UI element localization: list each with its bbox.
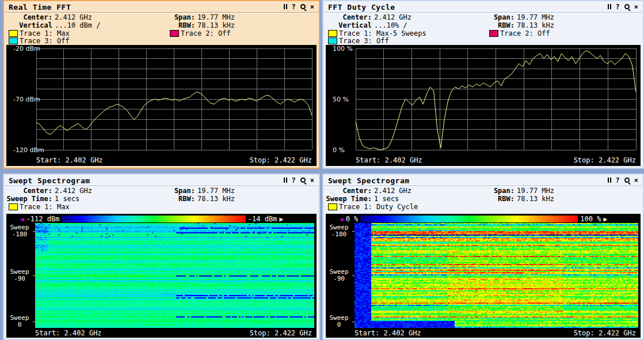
panel-fft-duty-cycle: FFT Duty Cycle ? × Center: 2.412 GHz Spa… <box>322 0 644 169</box>
sweep-time-value: 1 secs <box>374 195 399 203</box>
rbw-label: RBW: <box>147 195 195 203</box>
rbw-label: RBW: <box>466 195 515 203</box>
y-axis-mid-label: 50 % <box>333 96 356 103</box>
trace3-swatch[interactable] <box>328 37 337 44</box>
span-label: Span: <box>466 13 515 21</box>
x-axis-stop-label: Stop: 2.422 GHz <box>574 156 636 164</box>
trace2-swatch[interactable] <box>489 30 498 37</box>
center-value: 2.412 GHz <box>374 13 411 21</box>
trace1-swatch[interactable] <box>9 30 18 37</box>
sweep-tick <box>33 231 35 232</box>
sweep-tick <box>352 275 355 276</box>
duty-cycle-plot: 100 % 50 % 0 % Start: 2.402 GHz Stop: 2.… <box>326 45 641 166</box>
magnifier-icon[interactable] <box>624 177 630 184</box>
span-label: Span: <box>147 13 195 21</box>
sweep-tick <box>33 275 35 276</box>
titlebar-swept-spectrogram[interactable]: Swept Spectrogram ? × <box>323 175 643 186</box>
legend-row-1: Trace 1: Max-5 Sweeps Trace 2: Off <box>323 29 643 37</box>
span-value: 19.77 MHz <box>517 13 554 21</box>
legend-row-1: Trace 1: Max Trace 2: Off <box>4 29 319 37</box>
pause-icon[interactable] <box>607 177 612 184</box>
info-row-2: Vertical ...10 dBm / RBW: 78.13 kHz <box>4 21 319 29</box>
info-row-1: Center: 2.412 GHz Span: 19.77 MHz <box>4 187 319 195</box>
close-icon[interactable]: × <box>310 177 314 184</box>
scale-min-label: 0 % <box>346 215 359 223</box>
trace1-swatch[interactable] <box>328 203 337 210</box>
rbw-value: 78.13 kHz <box>197 21 235 29</box>
titlebar-swept-spectrogram[interactable]: Swept Spectrogram ? × <box>4 175 319 186</box>
magnifier-icon[interactable] <box>624 3 630 10</box>
panel-real-time-fft: Real Time FFT ? × Center: 2.412 GHz Span… <box>3 0 320 169</box>
scale-min-arrow-icon[interactable]: ◀ <box>20 216 24 223</box>
help-icon[interactable]: ? <box>616 177 620 184</box>
trace1-label: Trace 1: Max-5 Sweeps <box>339 29 426 37</box>
trace3-swatch[interactable] <box>9 37 18 44</box>
trace1-label: Trace 1: Max <box>20 203 70 211</box>
spectrogram-heatmap <box>35 223 314 328</box>
trace1-swatch[interactable] <box>9 203 18 210</box>
legend-row-1: Trace 1: Max <box>4 203 319 210</box>
legend-row-2: Trace 3: Off <box>4 37 319 44</box>
pause-icon[interactable] <box>607 3 612 10</box>
scale-min-arrow-icon[interactable]: ◀ <box>340 216 344 223</box>
x-axis-start-label: Start: 2.402 GHz <box>35 329 102 337</box>
span-label: Span: <box>147 187 195 195</box>
y-axis-bottom-label: 0 % <box>333 146 356 154</box>
rbw-label: RBW: <box>147 21 195 29</box>
panel-title: FFT Duty Cycle <box>328 3 395 12</box>
legend-row-2: Trace 3: Off <box>323 37 643 44</box>
color-scale-bar: ◀ 0 % 100 % ▶ <box>326 215 641 223</box>
color-gradient <box>62 216 245 222</box>
trace2-swatch[interactable] <box>170 30 179 37</box>
scale-max-label: 100 % <box>580 215 601 223</box>
color-scale-bar: ◀ -112 dBm -14 dBm ▶ <box>6 215 317 223</box>
sweep-time-label: Sweep Time: <box>4 195 52 203</box>
help-icon[interactable]: ? <box>292 3 296 10</box>
magnifier-icon[interactable] <box>300 177 306 184</box>
panel-title: Swept Spectrogram <box>9 176 90 185</box>
info-row-2: Vertical ...10% / RBW: 78.13 kHz <box>323 21 643 29</box>
center-value: 2.412 GHz <box>374 187 411 195</box>
close-icon[interactable]: × <box>634 177 638 184</box>
titlebar-fft-duty-cycle[interactable]: FFT Duty Cycle ? × <box>323 1 643 12</box>
color-gradient <box>360 216 578 222</box>
center-value: 2.412 GHz <box>55 187 92 195</box>
titlebar-real-time-fft[interactable]: Real Time FFT ? × <box>4 1 319 12</box>
spectrogram-area: ◀ 0 % 100 % ▶ Sweep-180 Sweep-90 Sweep0 … <box>326 214 641 338</box>
sweep-tick <box>352 322 355 322</box>
info-row-1: Center: 2.412 GHz Span: 19.77 MHz <box>323 187 643 195</box>
window-controls: ? × <box>607 3 638 10</box>
scale-max-arrow-icon[interactable]: ▶ <box>603 216 607 223</box>
sweep-label-mid: Sweep-90 <box>6 269 33 282</box>
window-controls: ? × <box>283 177 314 184</box>
x-axis-stop-label: Stop: 2.422 GHz <box>250 156 312 164</box>
help-icon[interactable]: ? <box>292 177 296 184</box>
sweep-time-label: Sweep Time: <box>323 195 372 203</box>
scale-max-arrow-icon[interactable]: ▶ <box>279 216 283 223</box>
info-row-2: Sweep Time: 1 secs RBW: 78.13 kHz <box>4 195 319 203</box>
sweep-label-top: Sweep-180 <box>326 224 352 238</box>
window-controls: ? × <box>607 177 638 184</box>
pause-icon[interactable] <box>283 3 288 10</box>
vertical-label: Vertical <box>323 21 372 29</box>
trace1-swatch[interactable] <box>328 30 337 37</box>
span-value: 19.77 MHz <box>197 13 235 21</box>
pause-icon[interactable] <box>283 177 288 184</box>
y-axis-bottom-label: -120 dBm <box>13 146 36 154</box>
scale-max-label: -14 dBm <box>248 215 277 223</box>
x-axis-stop-label: Stop: 2.422 GHz <box>574 329 636 337</box>
y-axis-top-label: -20 dBm <box>13 45 36 52</box>
sweep-label-bottom: Sweep0 <box>326 315 352 328</box>
panel-title: Swept Spectrogram <box>328 176 410 185</box>
vertical-value: ...10 dBm / <box>55 21 100 29</box>
rbw-value: 78.13 kHz <box>517 21 554 29</box>
close-icon[interactable]: × <box>310 3 314 10</box>
help-icon[interactable]: ? <box>616 3 620 10</box>
close-icon[interactable]: × <box>634 3 638 10</box>
legend-row-1: Trace 1: Duty Cycle <box>323 203 643 210</box>
sweep-tick <box>33 322 35 322</box>
panel-title: Real Time FFT <box>9 3 71 12</box>
center-label: Center: <box>323 13 372 21</box>
span-label: Span: <box>466 187 515 195</box>
magnifier-icon[interactable] <box>300 3 306 10</box>
